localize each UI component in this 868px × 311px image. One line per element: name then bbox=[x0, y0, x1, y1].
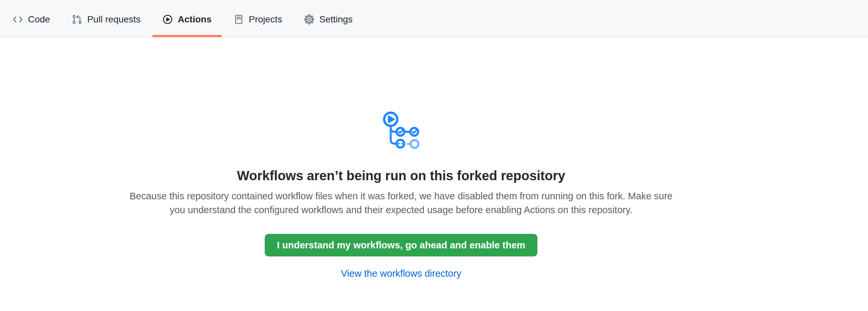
tab-label: Actions bbox=[178, 14, 212, 25]
tab-label: Settings bbox=[319, 14, 353, 25]
empty-state-description: Because this repository contained workfl… bbox=[128, 189, 674, 217]
tab-pull-requests[interactable]: Pull requests bbox=[62, 0, 151, 37]
tab-code[interactable]: Code bbox=[3, 0, 60, 37]
empty-state-title: Workflows aren’t being run on this forke… bbox=[0, 168, 802, 184]
enable-workflows-button[interactable]: I understand my workflows, go ahead and … bbox=[265, 234, 537, 256]
tab-label: Projects bbox=[249, 14, 282, 25]
gear-icon bbox=[304, 14, 314, 25]
tab-settings[interactable]: Settings bbox=[294, 0, 363, 37]
play-icon bbox=[162, 14, 173, 25]
tab-projects[interactable]: Projects bbox=[224, 0, 292, 37]
workflow-graphic-icon bbox=[381, 111, 421, 152]
code-icon bbox=[12, 14, 23, 25]
tab-label: Pull requests bbox=[87, 14, 141, 25]
project-icon bbox=[234, 14, 244, 25]
view-workflows-directory-link[interactable]: View the workflows directory bbox=[341, 268, 461, 279]
repo-tab-nav: Code Pull requests Actions bbox=[0, 0, 868, 37]
tab-label: Code bbox=[28, 14, 50, 25]
actions-empty-state: Workflows aren’t being run on this forke… bbox=[0, 37, 802, 279]
tab-actions[interactable]: Actions bbox=[152, 0, 222, 37]
git-pull-request-icon bbox=[72, 14, 82, 25]
